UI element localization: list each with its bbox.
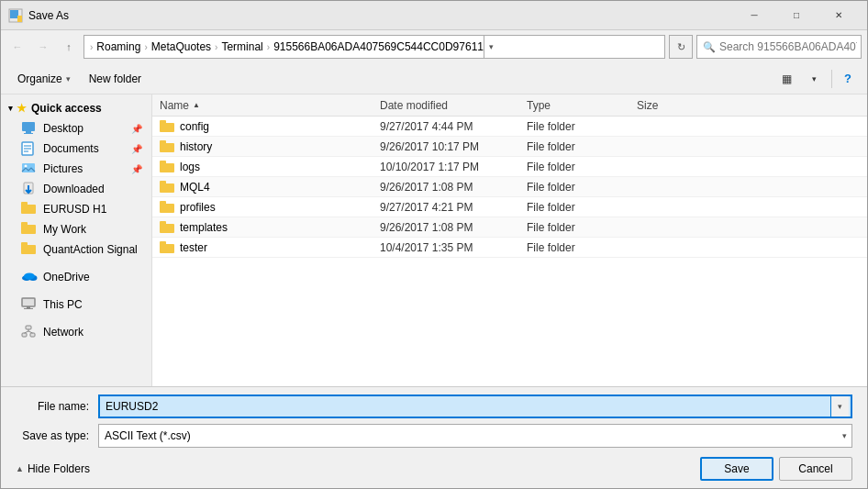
svg-rect-38 — [160, 161, 166, 165]
search-icon: 🔍 — [703, 41, 716, 53]
folder-icon — [160, 140, 174, 152]
save-button[interactable]: Save — [700, 457, 773, 481]
sidebar-item-documents[interactable]: Documents 📌 — [3, 139, 150, 159]
col-header-date[interactable]: Date modified — [380, 99, 527, 112]
file-date-cell: 10/10/2017 1:17 PM — [380, 161, 527, 173]
file-name-cell: templates — [160, 221, 380, 234]
title-bar-title: Save As — [28, 9, 733, 22]
refresh-button[interactable]: ↻ — [669, 35, 693, 59]
cancel-button[interactable]: Cancel — [779, 457, 852, 481]
file-date-cell: 9/26/2017 1:08 PM — [380, 181, 527, 194]
minimize-button[interactable]: ─ — [733, 1, 775, 30]
sidebar-item-pictures[interactable]: Pictures 📌 — [3, 159, 150, 179]
back-button[interactable]: ← — [6, 36, 28, 58]
file-name-text: history — [180, 140, 212, 153]
maximize-button[interactable]: □ — [775, 1, 818, 30]
sidebar-item-network[interactable]: Network — [3, 322, 150, 342]
sidebar-item-onedrive[interactable]: OneDrive — [3, 267, 150, 287]
file-name-text: tester — [180, 241, 207, 254]
folder-icon — [160, 120, 174, 132]
up-button[interactable]: ↑ — [58, 36, 80, 58]
table-row[interactable]: history 9/26/2017 10:17 PM File folder — [152, 137, 867, 157]
desktop-icon — [21, 121, 38, 136]
svg-rect-46 — [160, 241, 166, 246]
folder-icon-quantaction — [21, 242, 38, 257]
sidebar-item-mywork[interactable]: My Work — [3, 219, 150, 239]
view-dropdown-button[interactable]: ▾ — [800, 67, 828, 91]
file-type-cell: File folder — [527, 181, 637, 194]
file-name-text: logs — [180, 161, 200, 173]
folder-icon — [160, 221, 174, 233]
svg-rect-27 — [26, 326, 31, 329]
thispc-icon — [21, 297, 38, 312]
svg-rect-2 — [17, 16, 22, 22]
table-row[interactable]: templates 9/26/2017 1:08 PM File folder — [152, 217, 867, 238]
quick-access-chevron: ▾ — [8, 104, 13, 113]
folder-icon-mywork — [21, 222, 38, 237]
col-header-size[interactable]: Size — [637, 99, 710, 112]
file-type-cell: File folder — [527, 241, 637, 254]
file-rows-container: config 9/27/2017 4:44 PM File folder his… — [152, 117, 867, 258]
main-content: ▾ ★ Quick access Desktop 📌 — [1, 94, 867, 386]
file-date-cell: 9/27/2017 4:21 PM — [380, 201, 527, 214]
sidebar-item-quantaction[interactable]: QuantAction Signal — [3, 239, 150, 260]
onedrive-icon — [21, 270, 38, 284]
folder-icon — [160, 181, 174, 193]
sidebar-item-downloaded-label: Downloaded — [43, 183, 142, 195]
quick-access-header[interactable]: ▾ ★ Quick access — [1, 98, 151, 118]
hide-folders-chevron-icon: ▲ — [16, 464, 24, 473]
sidebar-item-eurusd[interactable]: EURUSD H1 — [3, 199, 150, 219]
documents-icon — [21, 141, 38, 156]
svg-rect-5 — [24, 133, 33, 134]
svg-rect-29 — [30, 333, 35, 337]
filename-input-wrapper: ▾ — [98, 395, 852, 418]
svg-rect-26 — [24, 308, 33, 309]
close-button[interactable]: ✕ — [818, 1, 860, 30]
file-name-cell: config — [160, 120, 380, 133]
bottom-area: File name: ▾ Save as type: ASCII Text (*… — [1, 386, 867, 488]
col-header-name[interactable]: Name ▲ — [160, 99, 380, 112]
svg-rect-34 — [160, 120, 166, 125]
col-header-type[interactable]: Type — [527, 99, 637, 112]
svg-rect-23 — [22, 298, 35, 306]
table-row[interactable]: profiles 9/27/2017 4:21 PM File folder — [152, 197, 867, 217]
sidebar-item-documents-label: Documents — [43, 142, 128, 155]
address-path[interactable]: › Roaming › MetaQuotes › Terminal › 9155… — [83, 35, 665, 59]
sidebar-item-thispc[interactable]: This PC — [3, 295, 150, 315]
search-box: 🔍 — [696, 35, 862, 59]
hide-folders-label: Hide Folders — [28, 462, 90, 475]
new-folder-button[interactable]: New folder — [80, 67, 150, 91]
sidebar-item-desktop[interactable]: Desktop 📌 — [3, 118, 150, 139]
filename-dropdown-button[interactable]: ▾ — [830, 396, 849, 417]
help-button[interactable]: ? — [836, 67, 860, 91]
svg-rect-28 — [22, 333, 27, 337]
file-name-text: profiles — [180, 201, 216, 214]
svg-rect-40 — [160, 181, 166, 185]
table-row[interactable]: logs 10/10/2017 1:17 PM File folder — [152, 157, 867, 177]
folder-icon — [160, 201, 174, 213]
file-list-header: Name ▲ Date modified Type Size — [152, 94, 867, 117]
forward-button[interactable]: → — [32, 36, 54, 58]
file-type-cell: File folder — [527, 161, 637, 173]
filename-input[interactable] — [98, 395, 852, 418]
search-input[interactable] — [719, 40, 857, 53]
view-button[interactable]: ▦ — [773, 67, 800, 91]
title-bar-icon — [8, 8, 23, 23]
download-icon — [21, 182, 38, 196]
file-name-text: MQL4 — [180, 181, 210, 194]
file-date-cell: 9/27/2017 4:44 PM — [380, 120, 527, 133]
sidebar-item-quantaction-label: QuantAction Signal — [43, 243, 142, 256]
svg-rect-3 — [22, 122, 35, 131]
toolbar: Organize ▾ New folder ▦ ▾ ? — [1, 63, 867, 94]
sidebar-item-pictures-label: Pictures — [43, 162, 128, 175]
organize-button[interactable]: Organize ▾ — [8, 67, 80, 91]
hide-folders-toggle[interactable]: ▲ Hide Folders — [16, 462, 695, 475]
address-dropdown-button[interactable]: ▾ — [484, 35, 498, 59]
table-row[interactable]: config 9/27/2017 4:44 PM File folder — [152, 117, 867, 137]
sidebar-item-downloaded[interactable]: Downloaded — [3, 179, 150, 199]
svg-rect-15 — [21, 202, 28, 206]
table-row[interactable]: tester 10/4/2017 1:35 PM File folder — [152, 238, 867, 258]
svg-rect-19 — [21, 242, 28, 247]
table-row[interactable]: MQL4 9/26/2017 1:08 PM File folder — [152, 177, 867, 197]
file-name-text: templates — [180, 221, 228, 234]
